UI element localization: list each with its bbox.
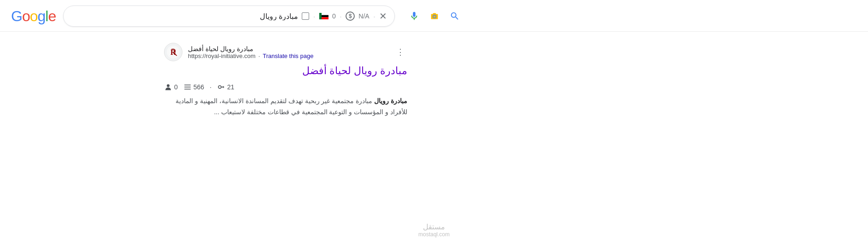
more-options-button[interactable]: ⋮ [393, 45, 407, 59]
svg-rect-2 [322, 15, 328, 18]
stat-2-value: 566 [194, 83, 204, 91]
watermark-sub: mostaql.com [418, 231, 450, 238]
result-card: R مبادرة رويال لحياة أفضل https://royal-… [157, 43, 415, 117]
translate-link[interactable]: Translate this page [263, 52, 313, 59]
svg-rect-1 [322, 13, 328, 15]
stat-item-1: 0 [164, 83, 178, 91]
site-info-row: R مبادرة رويال لحياة أفضل https://royal-… [164, 43, 407, 61]
list-icon [183, 83, 192, 91]
currency-label: N/A [358, 12, 369, 20]
stat-1-value: 0 [174, 83, 178, 91]
url-separator: · [258, 52, 260, 59]
svg-rect-9 [184, 85, 191, 86]
uae-flag-icon [319, 13, 328, 19]
stat-item-2: 566 [183, 83, 204, 91]
svg-rect-3 [322, 17, 328, 19]
separator-3: · [373, 11, 376, 22]
camera-icon [429, 11, 440, 21]
watermark: مستقل mostaql.com [418, 222, 450, 238]
clear-search-button[interactable]: ✕ [379, 11, 387, 22]
stats-row: 0 566 · [164, 83, 407, 91]
key-icon [217, 83, 225, 91]
watermark-text: مستقل [418, 222, 450, 231]
search-action-icons [406, 8, 463, 24]
site-meta: مبادرة رويال لحياة أفضل https://royal-in… [188, 45, 313, 59]
lens-search-button[interactable] [426, 8, 443, 24]
svg-point-8 [167, 84, 170, 87]
dollar-icon: $ [346, 12, 355, 21]
result-title[interactable]: مبادرة رويال لحياة أفضل [164, 64, 407, 78]
separator-1: · [313, 11, 316, 22]
google-logo[interactable]: Google [11, 8, 56, 25]
voice-search-button[interactable] [406, 8, 422, 24]
badge-count: 0 [332, 12, 336, 20]
stat-3-value: 21 [227, 83, 235, 91]
search-bar: مبادرة رويال · 0 · $ N/A · ✕ [63, 6, 395, 27]
svg-rect-0 [319, 13, 322, 19]
stats-separator: · [210, 83, 211, 91]
search-input[interactable]: مبادرة رويال [71, 12, 298, 20]
result-description: مبادرة رويال مبادرة مجتمعية غير ربحية ته… [164, 96, 407, 118]
square-icon [302, 12, 309, 20]
search-bar-controls: · 0 · $ N/A · ✕ [302, 11, 387, 22]
microphone-icon [409, 11, 419, 21]
search-icon [450, 11, 460, 21]
person-icon [164, 83, 172, 91]
svg-rect-11 [184, 89, 191, 90]
search-submit-button[interactable] [446, 8, 463, 24]
main-content: R مبادرة رويال لحياة أفضل https://royal-… [0, 32, 415, 128]
svg-rect-10 [184, 87, 191, 88]
separator-2: · [340, 11, 342, 22]
svg-point-12 [218, 86, 221, 88]
stat-item-3: 21 [217, 83, 235, 91]
header: Google مبادرة رويال · 0 · $ N/A · ✕ [0, 0, 868, 32]
favicon-icon: R [167, 46, 180, 58]
site-url: https://royal-initiative.com [188, 52, 256, 59]
site-name: مبادرة رويال لحياة أفضل [188, 45, 313, 52]
site-favicon: R [164, 43, 182, 61]
site-url-row: https://royal-initiative.com · Translate… [188, 52, 313, 59]
